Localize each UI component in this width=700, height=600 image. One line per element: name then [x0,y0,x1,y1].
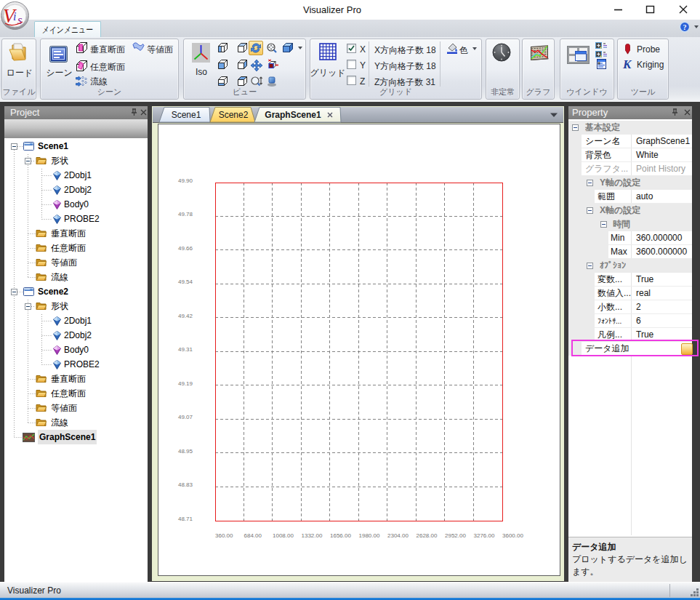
svg-text:49.90: 49.90 [178,177,193,184]
svg-text:48.95: 48.95 [178,448,193,455]
svg-text:2304.00: 2304.00 [387,532,409,539]
svg-text:i: i [13,10,16,23]
svg-text:K: K [622,58,632,71]
svg-text:3276.00: 3276.00 [474,532,495,539]
svg-text:2952.00: 2952.00 [445,532,466,539]
svg-text:Scene1: Scene1 [172,110,201,120]
svg-text:684.00: 684.00 [244,532,262,539]
svg-text:?: ? [683,23,687,31]
svg-text:GraphScene1: GraphScene1 [265,110,321,120]
svg-text:1332.00: 1332.00 [302,532,323,539]
svg-text:1656.00: 1656.00 [330,532,351,539]
svg-text:s: s [17,13,23,27]
svg-text:49.42: 49.42 [178,313,193,319]
svg-text:49.54: 49.54 [178,279,193,285]
svg-text:48.71: 48.71 [178,516,193,522]
svg-text:49.07: 49.07 [178,414,193,420]
svg-text:49.66: 49.66 [178,245,193,252]
svg-text:48.83: 48.83 [178,481,193,488]
svg-text:1980.00: 1980.00 [359,532,380,539]
svg-text:360.00: 360.00 [215,532,233,539]
svg-text:49.19: 49.19 [178,380,193,387]
svg-text:1008.00: 1008.00 [273,532,294,539]
svg-text:2628.00: 2628.00 [417,532,438,539]
svg-text:49.31: 49.31 [178,346,193,353]
svg-text:49.78: 49.78 [178,211,193,217]
svg-text:3600.00: 3600.00 [502,532,523,539]
svg-text:Scene2: Scene2 [219,110,249,120]
